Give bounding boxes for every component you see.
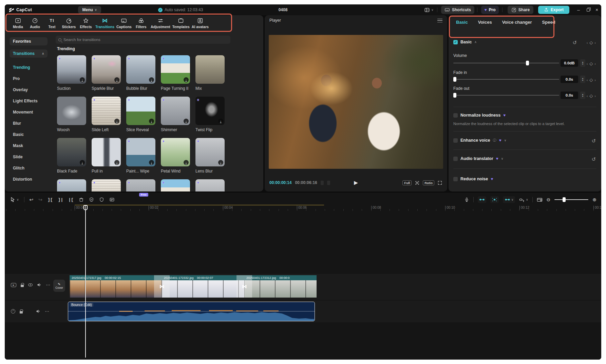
ribbon-tab-transitions[interactable]: ⋈ Transitions (94, 17, 115, 32)
slider-handle[interactable] (453, 77, 456, 82)
slider-handle[interactable] (526, 61, 529, 65)
zoom-out-icon[interactable]: ⊖ (547, 197, 551, 202)
zoom-in-icon[interactable]: ⊕ (592, 197, 596, 202)
focus-icon[interactable] (415, 180, 420, 185)
timeline-ruler[interactable]: 00:00 00:02 00:04 00:06 00:08 00:10 00:1… (5, 205, 601, 211)
download-icon[interactable]: ↓ (218, 160, 223, 165)
checkbox-audio-translator[interactable] (453, 157, 458, 161)
sidebar-item-light-effects[interactable]: Light Effects (5, 95, 52, 106)
transition-card[interactable]: Woosh (57, 97, 86, 135)
player-menu-icon[interactable] (437, 19, 442, 22)
link-clips-toggle[interactable]: ∨ (503, 196, 515, 203)
reset-icon[interactable]: ↺ (591, 156, 596, 162)
search-input[interactable] (63, 38, 228, 42)
shield-icon[interactable] (99, 197, 104, 202)
tab-speed[interactable]: Speed (542, 20, 555, 25)
mask-shield-icon[interactable] (89, 197, 94, 202)
download-icon[interactable]: ↓ (218, 119, 223, 124)
chevron-down-icon[interactable]: ∨ (501, 157, 504, 160)
mute-speaker-icon[interactable] (36, 309, 40, 314)
share-button[interactable]: Share (508, 6, 533, 14)
keyframe-diamond-icon[interactable]: ◇ (589, 77, 593, 82)
delete-right-icon[interactable]: |[ (68, 197, 74, 202)
transition-card[interactable]: ♦↓ Shimmer (161, 97, 190, 135)
keyframe-next-icon[interactable]: › (594, 62, 596, 66)
auto-captions-icon[interactable] (109, 197, 115, 202)
transition-card[interactable]: ♦↓ Suction (57, 55, 86, 93)
ribbon-tab-text[interactable]: TI Text (43, 17, 60, 32)
download-icon[interactable]: ↓ (80, 160, 85, 165)
ribbon-tab-audio[interactable]: Audio (26, 17, 43, 32)
transition-card[interactable]: ♦↓ Slide Left (92, 97, 121, 135)
transition-card[interactable]: ♦↓ Bubble Blur (126, 55, 155, 93)
redo-icon[interactable]: ↪ (38, 197, 42, 202)
magnetic-snap-toggle[interactable] (478, 196, 486, 203)
checkbox-reduce-noise[interactable] (453, 177, 458, 181)
keyframe-next-icon[interactable]: › (594, 94, 596, 98)
volume-slider[interactable] (453, 63, 559, 63)
fade-in-stepper[interactable]: ▴▾ (580, 76, 585, 83)
transition-card[interactable]: ♦↓ Page Turning II (161, 55, 190, 93)
download-icon[interactable]: ↓ (184, 77, 189, 82)
more-options-icon[interactable]: ⋯ (45, 309, 50, 314)
fade-in-slider[interactable] (453, 79, 559, 80)
delete-left-icon[interactable]: ]| (58, 197, 63, 202)
full-button[interactable]: Full (402, 180, 412, 185)
transition-card[interactable]: ♦↓ Petal Wind (161, 138, 190, 176)
playhead-line[interactable] (85, 206, 86, 358)
transition-card-partial[interactable]: ♦ (126, 179, 155, 191)
transition-card-partial[interactable]: ♦ (92, 179, 121, 191)
workspace-layout-button[interactable]: ∨ (424, 4, 434, 15)
delete-icon[interactable] (79, 197, 84, 202)
timeline-zoom-slider[interactable] (554, 199, 588, 200)
tab-voice-changer[interactable]: Voice changer (502, 20, 532, 25)
minimize-button[interactable]: – (574, 4, 583, 15)
fade-out-value[interactable]: 0.0s (561, 92, 578, 99)
sidebar-item-movement[interactable]: Movement (5, 106, 52, 118)
ribbon-tab-templates[interactable]: Templates (171, 17, 191, 32)
keyframe-prev-icon[interactable]: ‹ (587, 94, 588, 98)
track-preview-icon[interactable] (537, 197, 543, 202)
transition-card[interactable]: Mix (195, 55, 225, 93)
fade-out-stepper[interactable]: ▴▾ (580, 92, 585, 99)
auto-split-toggle[interactable] (490, 196, 499, 203)
video-clip-3[interactable]: 20250401-172312.jpg00:00:0 (244, 275, 317, 298)
volume-stepper[interactable]: ▴▾ (580, 59, 585, 67)
keyframe-prev-icon[interactable]: ‹ (587, 78, 588, 82)
slider-handle[interactable] (563, 197, 566, 202)
playhead-handle[interactable] (83, 205, 88, 210)
transition-card[interactable]: ♦↓ Slice Reveal (126, 97, 155, 135)
tab-voices[interactable]: Voices (478, 20, 492, 25)
sidebar-item-blur[interactable]: Blur (5, 118, 52, 129)
slider-handle[interactable] (453, 93, 456, 98)
lock-icon[interactable] (20, 311, 23, 314)
keyframe-diamond-icon[interactable]: ◇ (589, 40, 593, 45)
audio-clip[interactable]: Bounce (Edit) (68, 302, 315, 321)
chevron-down-icon[interactable]: ∨ (504, 139, 507, 142)
download-icon[interactable]: ↓ (184, 160, 189, 165)
download-icon[interactable]: ↓ (114, 160, 119, 165)
close-button[interactable]: × (592, 4, 601, 15)
download-icon[interactable]: ↓ (184, 119, 189, 124)
sidebar-item-trending[interactable]: Trending (5, 62, 52, 73)
frame-step-icon[interactable] (327, 181, 330, 185)
select-tool[interactable]: ∨ (10, 197, 19, 202)
volume-value[interactable]: 0.0dB (561, 59, 578, 67)
transition-card-partial[interactable]: ♦ (195, 179, 225, 191)
pointer-link-tool[interactable]: ∨ (519, 197, 528, 202)
timecode-current[interactable]: 00:00:00:14 (269, 180, 291, 185)
transition-marker[interactable]: ⋈ (154, 275, 170, 298)
reset-icon[interactable]: ↺ (591, 138, 596, 144)
sidebar-item-overlay[interactable]: Overlay (5, 84, 52, 95)
video-clip-1[interactable]: 20250401-172317.jpg00:00:02:15 (70, 275, 162, 298)
download-icon[interactable]: ↓ (149, 119, 154, 124)
sidebar-item-mask[interactable]: Mask (5, 140, 52, 151)
visibility-eye-icon[interactable] (28, 283, 33, 286)
play-button[interactable]: ▶ (354, 180, 358, 186)
sidebar-group-transitions[interactable]: Transitions ∧ (10, 49, 48, 58)
edit-cover-button[interactable]: ✎ Cover (53, 280, 65, 292)
download-icon[interactable]: ↓ (114, 77, 119, 82)
export-button[interactable]: Export (538, 6, 569, 14)
record-voiceover-icon[interactable] (464, 197, 469, 203)
video-preview[interactable] (269, 35, 443, 169)
